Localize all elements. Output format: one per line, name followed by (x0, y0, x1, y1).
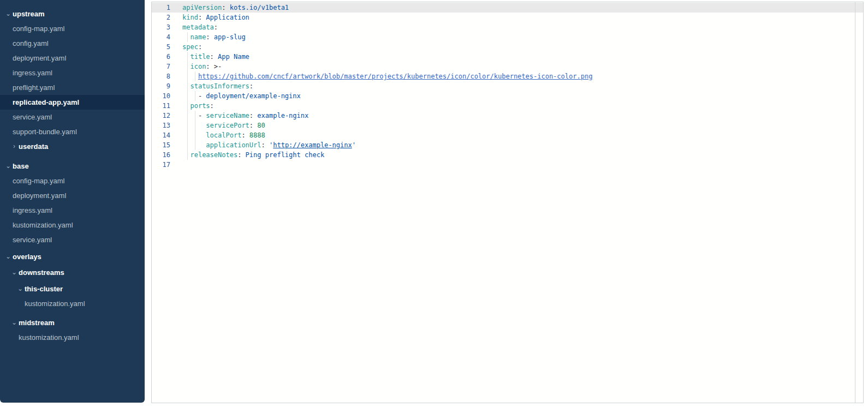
file-tree-item-label: config-map.yaml (13, 177, 64, 185)
indent-guide (195, 71, 195, 81)
file-tree: ⌄ upstream config-map.yaml config.yaml d… (0, 0, 145, 403)
indent-guide (195, 140, 195, 150)
code-line-content: servicePort: 80 (170, 121, 863, 130)
file-tree-file-config-yaml[interactable]: config.yaml (0, 36, 145, 51)
file-tree-file-service-yaml[interactable]: service.yaml (0, 110, 145, 124)
indent-guide (187, 71, 188, 81)
code-line-content: metadata: (170, 22, 863, 32)
file-tree-folder-midstream[interactable]: ⌄ midstream (0, 315, 145, 330)
line-number: 7 (152, 62, 170, 71)
chevron-down-icon[interactable]: ⌄ (5, 159, 11, 173)
indent-guide (187, 121, 188, 130)
line-number: 11 (152, 101, 170, 111)
code-line[interactable]: 5 spec: (152, 42, 863, 52)
indent-guide (187, 81, 188, 91)
file-tree-item-label: this-cluster (25, 285, 63, 293)
code-line[interactable]: 14 localPort: 8888 (152, 130, 863, 140)
code-line[interactable]: 4 name: app-slug (152, 32, 863, 42)
code-line[interactable]: 1 apiVersion: kots.io/v1beta1 (152, 3, 863, 13)
code-line-content: name: app-slug (170, 32, 863, 42)
url-link[interactable]: https://github.com/cncf/artwork/blob/mas… (198, 73, 592, 80)
code-line-content: spec: (170, 42, 863, 52)
yaml-editor[interactable]: 1 apiVersion: kots.io/v1beta1 2 kind: Ap… (151, 2, 864, 403)
line-number: 15 (152, 140, 170, 150)
code-line[interactable]: 12 - serviceName: example-nginx (152, 111, 863, 121)
file-tree-item-label: downstreams (19, 268, 64, 277)
file-tree-file-deployment-yaml[interactable]: deployment.yaml (0, 188, 145, 203)
code-line[interactable]: 2 kind: Application (152, 13, 863, 22)
code-line-content: kind: Application (170, 13, 863, 22)
file-tree-file-service-yaml[interactable]: service.yaml (0, 232, 145, 247)
indent-guide (187, 111, 188, 121)
chevron-right-icon[interactable]: › (11, 139, 17, 154)
code-line[interactable]: 7 icon: >- (152, 62, 863, 71)
file-tree-folder-this-cluster[interactable]: ⌄ this-cluster (0, 282, 145, 296)
file-tree-file-ingress-yaml[interactable]: ingress.yaml (0, 203, 145, 218)
chevron-down-icon[interactable]: ⌄ (5, 7, 11, 21)
line-number: 12 (152, 111, 170, 121)
line-number: 16 (152, 150, 170, 160)
file-tree-folder-base[interactable]: ⌄ base (0, 159, 145, 173)
file-tree-item-label: midstream (19, 319, 55, 327)
indent-guide (187, 62, 188, 71)
code-line[interactable]: 9 statusInformers: (152, 81, 863, 91)
code-line[interactable]: 13 servicePort: 80 (152, 121, 863, 130)
file-tree-file-config-map-yaml[interactable]: config-map.yaml (0, 173, 145, 188)
file-tree-file-kustomization-yaml[interactable]: kustomization.yaml (0, 330, 145, 345)
chevron-down-icon[interactable]: ⌄ (11, 315, 17, 330)
file-tree-item-label: preflight.yaml (13, 83, 55, 92)
indent-guide (187, 91, 188, 101)
line-number: 6 (152, 52, 170, 62)
code-line[interactable]: 16 releaseNotes: Ping preflight check (152, 150, 863, 160)
file-tree-item-label: config-map.yaml (13, 25, 64, 33)
file-tree-file-preflight-yaml[interactable]: preflight.yaml (0, 80, 145, 95)
file-tree-folder-downstreams[interactable]: ⌄ downstreams (0, 265, 145, 280)
file-tree-folder-upstream[interactable]: ⌄ upstream (0, 7, 145, 21)
code-line-content: - serviceName: example-nginx (170, 111, 863, 121)
file-tree-item-label: service.yaml (13, 113, 52, 121)
line-number: 3 (152, 22, 170, 32)
line-number: 14 (152, 130, 170, 140)
indent-guide (195, 91, 195, 101)
code-line[interactable]: 10 - deployment/example-nginx (152, 91, 863, 101)
file-tree-item-label: replicated-app.yaml (13, 98, 79, 106)
file-tree-item-label: config.yaml (13, 39, 49, 47)
chevron-down-icon[interactable]: ⌄ (17, 282, 23, 296)
indent-guide (187, 150, 188, 160)
indent-guide (195, 111, 195, 121)
code-line[interactable]: 15 applicationUrl: 'http://example-nginx… (152, 140, 863, 150)
indent-guide (187, 140, 188, 150)
code-line[interactable]: 6 title: App Name (152, 52, 863, 62)
line-number: 5 (152, 42, 170, 52)
file-tree-file-replicated-app-yaml[interactable]: replicated-app.yaml (0, 95, 145, 110)
code-lines: 1 apiVersion: kots.io/v1beta1 2 kind: Ap… (152, 3, 863, 170)
chevron-down-icon[interactable]: ⌄ (11, 265, 17, 280)
code-line[interactable]: 3 metadata: (152, 22, 863, 32)
indent-guide (187, 101, 188, 111)
file-tree-file-kustomization-yaml[interactable]: kustomization.yaml (0, 218, 145, 232)
code-line[interactable]: 11 ports: (152, 101, 863, 111)
file-tree-file-support-bundle-yaml[interactable]: support-bundle.yaml (0, 124, 145, 139)
indent-guide (187, 52, 188, 62)
line-number: 10 (152, 91, 170, 101)
file-tree-file-config-map-yaml[interactable]: config-map.yaml (0, 21, 145, 36)
line-number: 8 (152, 71, 170, 81)
file-tree-item-label: upstream (13, 10, 45, 18)
file-tree-file-kustomization-yaml[interactable]: kustomization.yaml (0, 296, 145, 311)
url-link[interactable]: http://example-nginx (273, 141, 352, 149)
file-tree-folder-overlays[interactable]: ⌄ overlays (0, 249, 145, 264)
file-tree-item-label: deployment.yaml (13, 191, 66, 200)
file-tree-file-ingress-yaml[interactable]: ingress.yaml (0, 65, 145, 80)
code-line[interactable]: 8 https://github.com/cncf/artwork/blob/m… (152, 71, 863, 81)
scrollbar-track[interactable] (855, 2, 855, 403)
file-tree-folder-userdata[interactable]: › userdata (0, 139, 145, 154)
file-tree-item-label: ingress.yaml (13, 69, 52, 77)
file-tree-item-label: userdata (19, 142, 48, 151)
line-number: 4 (152, 32, 170, 42)
code-line-content (170, 160, 863, 170)
chevron-down-icon[interactable]: ⌄ (5, 249, 11, 264)
code-line[interactable]: 17 (152, 160, 863, 170)
file-tree-item-label: kustomization.yaml (13, 221, 73, 229)
indent-guide (195, 121, 195, 130)
file-tree-file-deployment-yaml[interactable]: deployment.yaml (0, 51, 145, 65)
